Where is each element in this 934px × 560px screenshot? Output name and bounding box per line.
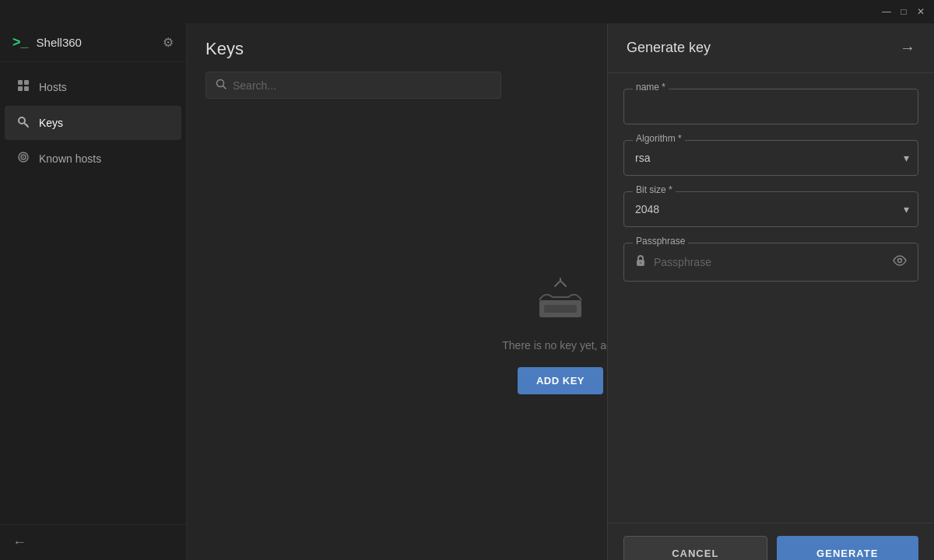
cancel-button[interactable]: CANCEL bbox=[623, 536, 767, 560]
sidebar-header: >_ Shell360 ⚙ bbox=[0, 23, 186, 62]
svg-line-9 bbox=[555, 281, 560, 286]
bit-size-select-wrapper: 1024 2048 4096 ▾ bbox=[623, 191, 918, 227]
sidebar-item-known-hosts[interactable]: Known hosts bbox=[5, 142, 181, 176]
bit-size-field: Bit size * 1024 2048 4096 ▾ bbox=[623, 191, 918, 227]
passphrase-label: Passphrase bbox=[633, 236, 688, 247]
svg-point-7 bbox=[23, 156, 24, 158]
algorithm-field: Algorithm * rsa ed25519 ecdsa ▾ bbox=[623, 140, 918, 176]
svg-rect-0 bbox=[18, 80, 23, 85]
settings-icon[interactable]: ⚙ bbox=[163, 35, 174, 50]
search-input[interactable] bbox=[233, 79, 491, 92]
empty-state-text: There is no key yet, add bbox=[502, 339, 618, 352]
svg-point-16 bbox=[898, 259, 902, 263]
sidebar-footer: ← bbox=[0, 524, 186, 560]
lock-icon bbox=[635, 254, 646, 270]
passphrase-input[interactable] bbox=[654, 256, 885, 268]
sidebar-nav: Hosts Keys bbox=[0, 62, 186, 524]
svg-point-15 bbox=[640, 262, 641, 264]
passphrase-field: Passphrase bbox=[623, 243, 918, 282]
generate-button[interactable]: GENERATE bbox=[777, 536, 919, 560]
app-logo: >_ bbox=[12, 34, 29, 51]
sidebar: >_ Shell360 ⚙ Hosts bbox=[0, 23, 187, 560]
passphrase-wrapper bbox=[623, 243, 918, 282]
algorithm-select[interactable]: rsa ed25519 ecdsa bbox=[623, 140, 918, 176]
algorithm-label: Algorithm * bbox=[633, 133, 685, 144]
name-field: name * bbox=[623, 89, 918, 124]
hosts-icon bbox=[17, 79, 30, 95]
app-name: Shell360 bbox=[37, 36, 155, 49]
search-bar bbox=[205, 72, 501, 99]
sidebar-item-keys-label: Keys bbox=[39, 117, 63, 129]
bit-size-label: Bit size * bbox=[633, 184, 676, 195]
panel-header: Generate key → bbox=[608, 23, 934, 73]
add-key-button[interactable]: ADD KEY bbox=[518, 367, 603, 394]
panel-title: Generate key bbox=[627, 40, 711, 56]
svg-rect-1 bbox=[24, 80, 29, 85]
svg-rect-3 bbox=[24, 86, 29, 91]
panel-arrow-icon: → bbox=[900, 39, 915, 57]
back-button[interactable]: ← bbox=[12, 534, 26, 550]
panel-body: name * Algorithm * rsa ed25519 ecdsa ▾ B… bbox=[608, 73, 934, 523]
sidebar-item-known-hosts-label: Known hosts bbox=[39, 152, 101, 165]
close-button[interactable]: ✕ bbox=[914, 5, 928, 19]
bit-size-select[interactable]: 1024 2048 4096 bbox=[623, 191, 918, 227]
search-icon bbox=[216, 79, 226, 92]
sidebar-item-hosts-label: Hosts bbox=[39, 81, 67, 93]
svg-rect-13 bbox=[544, 305, 577, 313]
name-label: name * bbox=[633, 82, 669, 93]
maximize-button[interactable]: □ bbox=[897, 5, 911, 19]
svg-rect-2 bbox=[18, 86, 23, 91]
empty-state-icon bbox=[533, 277, 588, 324]
algorithm-select-wrapper: rsa ed25519 ecdsa ▾ bbox=[623, 140, 918, 176]
svg-line-11 bbox=[560, 281, 566, 286]
name-input[interactable] bbox=[623, 89, 918, 124]
minimize-button[interactable]: — bbox=[880, 5, 894, 19]
sidebar-item-hosts[interactable]: Hosts bbox=[5, 70, 181, 104]
generate-key-panel: Generate key → name * Algorithm * rsa ed… bbox=[607, 23, 934, 560]
known-hosts-icon bbox=[17, 151, 30, 166]
keys-icon bbox=[17, 115, 30, 131]
sidebar-item-keys[interactable]: Keys bbox=[5, 106, 181, 140]
eye-icon[interactable] bbox=[893, 255, 907, 269]
panel-footer: CANCEL GENERATE bbox=[608, 523, 934, 560]
